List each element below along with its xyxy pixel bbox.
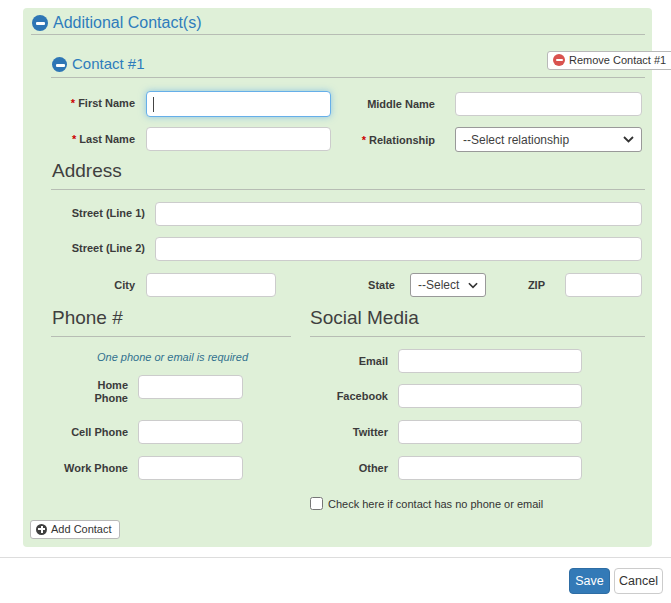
chevron-down-icon (623, 136, 634, 143)
middle-name-label: Middle Name (330, 98, 435, 111)
cell-phone-label: Cell Phone (58, 426, 128, 439)
street1-input[interactable] (155, 202, 642, 226)
phone-section-title: Phone # (52, 307, 123, 329)
no-phone-checkbox-row: Check here if contact has no phone or em… (310, 497, 543, 510)
remove-contact-button[interactable]: Remove Contact #1 (547, 51, 671, 70)
first-name-label: *First Name (40, 97, 135, 110)
street1-label: Street (Line 1) (40, 207, 145, 220)
relationship-label: *Relationship (330, 134, 435, 147)
add-contact-button[interactable]: Add Contact (30, 520, 120, 539)
middle-name-input[interactable] (455, 92, 642, 116)
street2-label: Street (Line 2) (40, 242, 145, 255)
cancel-button[interactable]: Cancel (614, 568, 663, 594)
zip-input[interactable] (565, 273, 642, 297)
city-input[interactable] (146, 273, 276, 297)
zip-label: ZIP (500, 279, 545, 292)
home-phone-input[interactable] (138, 375, 243, 399)
remove-icon (553, 54, 565, 66)
required-marker: * (72, 133, 76, 145)
twitter-input[interactable] (398, 420, 582, 444)
first-name-input[interactable] (146, 91, 331, 117)
contact-title: Contact #1 (72, 55, 145, 72)
no-phone-checkbox[interactable] (310, 497, 323, 510)
collapse-section-icon[interactable] (32, 15, 48, 31)
save-button[interactable]: Save (569, 568, 610, 594)
social-divider (310, 336, 645, 337)
phone-required-note: One phone or email is required (55, 351, 290, 363)
state-select[interactable]: --Select (410, 273, 486, 297)
city-label: City (60, 279, 135, 292)
additional-contacts-panel: Additional Contact(s) Contact #1 Remove … (23, 8, 652, 547)
facebook-input[interactable] (398, 384, 582, 408)
text-cursor (153, 97, 154, 112)
other-label: Other (318, 462, 388, 475)
last-name-input[interactable] (146, 127, 331, 151)
twitter-label: Twitter (318, 426, 388, 439)
section-title: Additional Contact(s) (53, 14, 202, 32)
relationship-selected-option: --Select relationship (463, 133, 569, 147)
state-selected-option: --Select (418, 278, 459, 292)
street2-input[interactable] (155, 237, 642, 261)
work-phone-label: Work Phone (58, 462, 128, 475)
work-phone-input[interactable] (138, 456, 243, 480)
address-divider (51, 189, 645, 190)
email-input[interactable] (398, 349, 582, 373)
chevron-down-icon (468, 282, 478, 289)
last-name-label: *Last Name (40, 133, 135, 146)
additional-contacts-screen: Additional Contact(s) Contact #1 Remove … (0, 0, 671, 603)
facebook-label: Facebook (318, 390, 388, 403)
required-marker: * (71, 97, 75, 109)
required-marker: * (362, 134, 366, 146)
relationship-select[interactable]: --Select relationship (455, 127, 642, 152)
section-divider (31, 34, 645, 35)
collapse-contact-icon[interactable] (52, 57, 67, 72)
email-label: Email (318, 355, 388, 368)
state-label: State (340, 279, 395, 292)
footer-divider (0, 557, 671, 558)
add-contact-label: Add Contact (51, 523, 112, 535)
remove-contact-label: Remove Contact #1 (569, 54, 666, 66)
contact-divider (51, 77, 645, 78)
address-section-title: Address (52, 160, 122, 182)
no-phone-checkbox-label: Check here if contact has no phone or em… (328, 498, 543, 510)
cell-phone-input[interactable] (138, 420, 243, 444)
add-icon (36, 524, 47, 535)
home-phone-label: Home Phone (80, 379, 128, 405)
phone-divider (51, 336, 291, 337)
social-section-title: Social Media (310, 307, 419, 329)
other-input[interactable] (398, 456, 582, 480)
